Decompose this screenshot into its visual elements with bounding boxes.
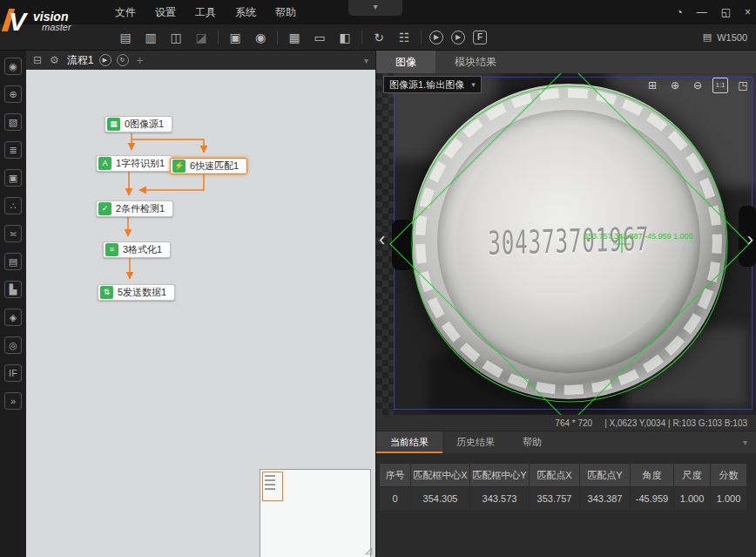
image-source-node-icon: ▦: [107, 118, 120, 131]
defect-tool-icon[interactable]: ◎: [4, 336, 22, 354]
toolbar-separator: [277, 31, 278, 44]
chevron-down-icon: ▾: [471, 77, 476, 92]
fast-match-node-icon: ⚡: [172, 160, 186, 173]
deep-learning-icon[interactable]: ▣: [4, 169, 22, 187]
format-node-icon: ≡: [105, 243, 118, 256]
viewer-status-bar: 764 * 720 | X,0623 Y,0034 | R:103 G:103 …: [376, 415, 756, 431]
flow-panel: ⊟ ⚙ 流程1 ▶ ↻ + ▾: [26, 51, 376, 557]
logic-if-icon[interactable]: IF: [4, 364, 22, 382]
flow-node-ocr[interactable]: A 1字符识别1: [96, 155, 173, 172]
menu-file[interactable]: 文件: [115, 5, 136, 20]
monitor-icon[interactable]: ▭: [311, 29, 328, 46]
flow-node-image-source[interactable]: ▦ 0图像源1: [105, 116, 172, 132]
result-table-header: 序号 匹配框中心X 匹配框中心Y 匹配点X 匹配点Y 角度 尺度 分数: [380, 464, 753, 486]
printed-lot-code: 304373701967: [455, 73, 683, 415]
zoom-out-icon[interactable]: ⊖: [690, 78, 705, 93]
menu-help[interactable]: 帮助: [275, 5, 296, 20]
node-label: 5发送数据1: [118, 286, 166, 299]
run-once-icon[interactable]: ▶: [429, 31, 443, 44]
restore-icon[interactable]: ◱: [721, 6, 731, 18]
main-toolbar: ▤ ▥ ◫ ◪ ▣ ◉ ▦ ▭ ◧ ↻ ☷ ▶ ▶ F ▤ W1500: [0, 24, 756, 51]
flow-tab[interactable]: 流程1 ▶ ↻: [67, 53, 129, 68]
titlebar-collapse-chevron[interactable]: ▾: [348, 0, 402, 16]
flow-node-condition-check[interactable]: ✓ 2条件检测1: [96, 200, 173, 217]
calibration-icon[interactable]: ≍: [4, 225, 22, 242]
theme-icon[interactable]: ◔: [676, 6, 682, 18]
workspace-indicator[interactable]: ▤ W1500: [703, 31, 747, 43]
flow-run-loop-icon[interactable]: ↻: [117, 54, 129, 66]
flow-node-send-data[interactable]: ⇅ 5发送数据1: [98, 284, 175, 301]
titlebar: V vision master 文件 设置 工具 系统 帮助 ▾ ◔ — ◱ ×: [0, 0, 756, 24]
menu-system[interactable]: 系统: [235, 5, 256, 20]
save-icon[interactable]: ▤: [117, 29, 134, 46]
cell-score: 1.000: [711, 487, 747, 510]
acquisition-icon[interactable]: ◉: [4, 58, 22, 75]
menu-settings[interactable]: 设置: [155, 5, 176, 20]
communication-icon[interactable]: »: [4, 392, 22, 410]
cursor-position-readout: | X,0623 Y,0034 | R:103 G:103 B:103: [604, 418, 747, 428]
flow-node-fast-match[interactable]: ⚡ 6快速匹配1: [170, 158, 247, 174]
flow-minimap[interactable]: [260, 469, 371, 557]
window-controls: ◔ — ◱ ×: [676, 0, 751, 24]
flow-node-format[interactable]: ≡ 3格式化1: [103, 241, 171, 258]
matrix-tool-icon[interactable]: ▦: [286, 29, 303, 46]
flow-header: ⊟ ⚙ 流程1 ▶ ↻ + ▾: [26, 51, 375, 70]
save-as-icon[interactable]: ◪: [192, 29, 210, 46]
location-icon[interactable]: ⊕: [4, 85, 22, 103]
actual-size-icon[interactable]: 1:1: [712, 78, 728, 93]
cell-angle: -45.959: [631, 487, 674, 510]
menu-tools[interactable]: 工具: [195, 5, 216, 20]
panel-resize-icon[interactable]: ◿: [365, 546, 372, 555]
fullscreen-icon[interactable]: ◳: [735, 78, 751, 93]
flow-tab-label: 流程1: [67, 53, 94, 68]
tab-image[interactable]: 图像: [376, 51, 435, 73]
flow-run-once-icon[interactable]: ▶: [99, 54, 111, 66]
result-tabs: 当前结果 历史结果 帮助 ▾: [376, 431, 756, 453]
ocr-node-icon: A: [98, 157, 111, 170]
save-all-icon[interactable]: ◫: [167, 29, 185, 46]
table-row[interactable]: 0 354.305 343.573 353.757 343.387 -45.95…: [380, 486, 753, 510]
image-viewer[interactable]: 304373701967 353.757,343.387 -45.959 1.0…: [376, 73, 756, 415]
zoom-in-icon[interactable]: ⊕: [667, 78, 683, 93]
global-variable-icon[interactable]: F: [473, 31, 487, 44]
color-tool-icon[interactable]: ◈: [4, 309, 22, 326]
column-header: 匹配点X: [530, 464, 580, 486]
camera-icon[interactable]: ◉: [252, 29, 269, 46]
open-project-icon[interactable]: ▥: [142, 29, 159, 46]
wrench-icon[interactable]: ⚙: [50, 54, 59, 66]
add-flow-icon[interactable]: +: [137, 53, 144, 67]
fit-screen-icon[interactable]: ⊞: [645, 78, 660, 93]
result-collapse-icon[interactable]: ▾: [743, 431, 756, 453]
measure-list-icon[interactable]: ≣: [4, 141, 22, 159]
tab-module-result[interactable]: 模块结果: [435, 51, 516, 73]
close-icon[interactable]: ×: [745, 6, 751, 18]
image-size-readout: 764 * 720: [555, 418, 592, 428]
node-label: 0图像源1: [125, 118, 164, 131]
prev-image-icon[interactable]: ‹: [379, 230, 385, 249]
flow-canvas[interactable]: ▦ 0图像源1 A 1字符识别1 ⚡ 6快速匹配1 ✓ 2条件检测1 ≡ 3: [26, 70, 375, 557]
feature-points-icon[interactable]: ∴: [4, 197, 22, 214]
tool-kit-icon[interactable]: ▤: [4, 253, 22, 270]
column-header: 匹配框中心X: [411, 464, 470, 486]
minimap-viewport[interactable]: [262, 472, 283, 501]
statistics-icon[interactable]: ▙: [4, 281, 22, 298]
run-continuous-icon[interactable]: ▶: [451, 31, 465, 44]
image-process-icon[interactable]: ▧: [4, 113, 22, 131]
global-trigger-icon[interactable]: ↻: [370, 29, 388, 46]
process-list-icon[interactable]: ⊟: [33, 54, 42, 66]
flow-header-chevron-icon[interactable]: ▾: [364, 56, 368, 65]
brand-bottom: master: [33, 22, 71, 32]
column-header: 匹配框中心Y: [470, 464, 530, 486]
image-source-select[interactable]: 图像源1.输出图像 ▾: [383, 76, 482, 93]
tab-help[interactable]: 帮助: [509, 431, 556, 453]
tab-history-result[interactable]: 历史结果: [442, 431, 509, 453]
script-icon[interactable]: ☷: [395, 29, 413, 46]
data-queue-icon[interactable]: ◧: [336, 29, 354, 46]
minimize-icon[interactable]: —: [697, 6, 707, 18]
snapshot-icon[interactable]: ▣: [226, 29, 244, 46]
inspected-bottle-cap: 304373701967: [411, 84, 726, 399]
tab-current-result[interactable]: 当前结果: [376, 431, 442, 453]
logo-v-icon: V: [5, 7, 28, 37]
next-image-icon[interactable]: ›: [747, 230, 753, 249]
node-label: 1字符识别1: [116, 157, 165, 170]
